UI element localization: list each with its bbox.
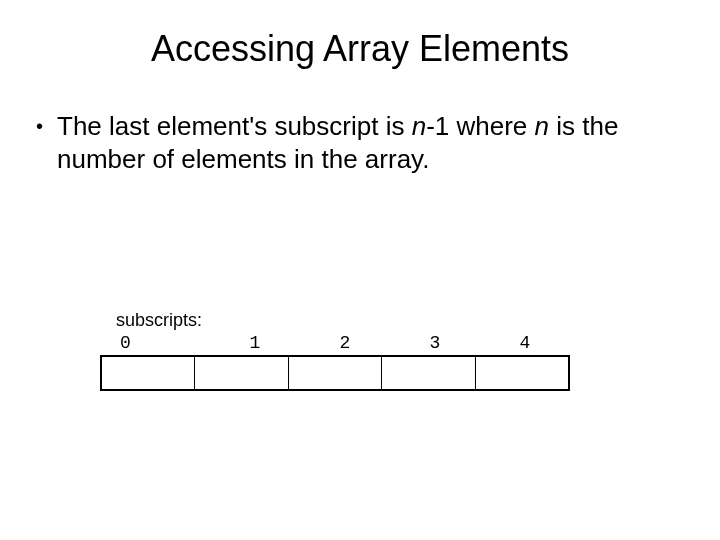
slide-title: Accessing Array Elements [0, 0, 720, 110]
index-3: 3 [390, 333, 480, 355]
bullet-dot: • [30, 110, 57, 139]
index-row: 0 1 2 3 4 [100, 333, 570, 355]
array-cell-1 [195, 357, 288, 389]
var-n2: n [535, 111, 549, 141]
array-cell-0 [102, 357, 195, 389]
index-4: 4 [480, 333, 570, 355]
array-row [100, 355, 570, 391]
subscripts-label: subscripts: [116, 310, 570, 331]
body-area: • The last element's subscript is n-1 wh… [0, 110, 720, 175]
index-0: 0 [100, 333, 210, 355]
index-2: 2 [300, 333, 390, 355]
array-cell-4 [476, 357, 568, 389]
index-1: 1 [210, 333, 300, 355]
text-part1: The last element's subscript is [57, 111, 412, 141]
array-diagram: subscripts: 0 1 2 3 4 [100, 310, 570, 391]
array-cell-3 [382, 357, 475, 389]
var-n1: n [412, 111, 426, 141]
bullet-text: The last element's subscript is n-1 wher… [57, 110, 690, 175]
array-cell-2 [289, 357, 382, 389]
text-part2: -1 where [426, 111, 534, 141]
bullet-item: • The last element's subscript is n-1 wh… [30, 110, 690, 175]
